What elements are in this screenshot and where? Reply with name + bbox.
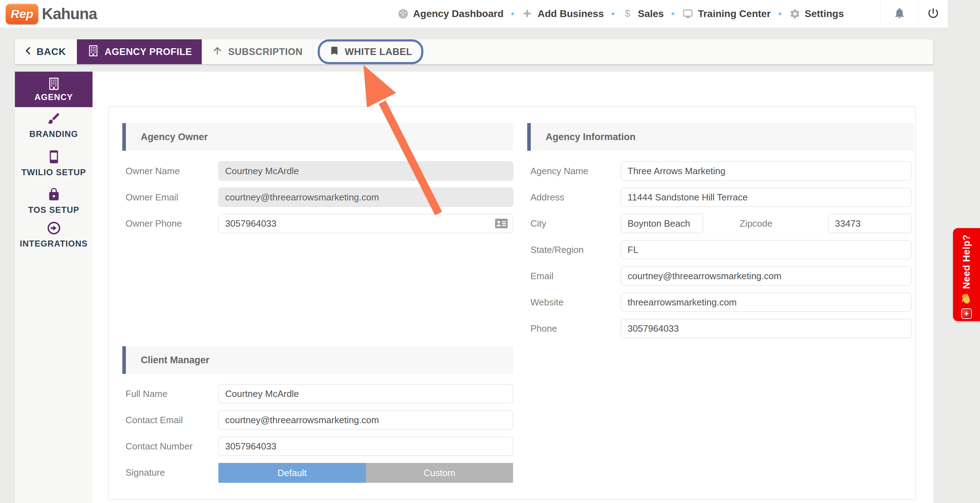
rep-logo-bubble: Rep [6, 3, 38, 24]
full-name-input[interactable] [218, 384, 513, 403]
tab-subscription[interactable]: SUBSCRIPTION [202, 39, 313, 64]
logout-button[interactable] [918, 0, 948, 28]
monitor-icon [682, 8, 694, 19]
section-title: Agency Owner [141, 132, 208, 143]
field-label-owner-phone: Owner Phone [126, 214, 182, 233]
field-label-phone: Phone [530, 319, 557, 338]
sidebar-item-label: INTEGRATIONS [15, 239, 92, 249]
owner-name-input[interactable] [218, 161, 513, 181]
field-label-contact-number: Contact Number [126, 437, 192, 456]
nav-settings[interactable]: Settings [789, 8, 844, 19]
power-icon [927, 7, 940, 21]
section-title: Agency Information [546, 132, 636, 143]
nav-add-business[interactable]: Add Business [522, 8, 604, 19]
building-icon [87, 45, 100, 60]
nav-label: Add Business [538, 8, 604, 19]
section-header-agency-owner: Agency Owner [123, 123, 514, 151]
address-input[interactable] [621, 188, 912, 207]
top-navigation: Agency Dashboard Add Business $ Sales Tr… [398, 0, 844, 28]
nav-label: Agency Dashboard [413, 8, 503, 19]
signature-option-custom[interactable]: Custom [366, 463, 514, 483]
section-header-agency-information: Agency Information [527, 123, 914, 151]
contact-card-icon[interactable] [495, 218, 508, 228]
zipcode-input[interactable] [828, 214, 912, 233]
tab-agency-profile[interactable]: AGENCY PROFILE [77, 39, 202, 64]
field-label-agency-name: Agency Name [530, 161, 588, 181]
paintbrush-icon [47, 111, 61, 126]
arrow-circle-icon [47, 221, 61, 235]
tab-label: WHITE LABEL [345, 46, 412, 57]
agency-phone-input[interactable] [621, 319, 912, 338]
field-label-address: Address [530, 188, 564, 207]
arrow-up-icon [212, 45, 223, 59]
building-icon [47, 76, 61, 91]
field-label-contact-email: Contact Email [126, 411, 183, 430]
nav-label: Training Center [698, 8, 770, 19]
nav-separator-dot [671, 13, 675, 15]
tab-label: SUBSCRIPTION [228, 46, 302, 57]
logo-brand-text: Kahuna [42, 5, 97, 23]
sidebar-item-tos-setup[interactable]: TOS SETUP [15, 187, 92, 215]
sidebar-item-twilio-setup[interactable]: TWILIO SETUP [15, 150, 92, 177]
field-label-website: Website [530, 293, 563, 312]
dollar-icon: $ [622, 8, 633, 19]
notifications-button[interactable] [880, 0, 918, 28]
field-label-email: Email [530, 266, 554, 286]
field-label-state-region: State/Region [530, 240, 584, 259]
sidebar-item-label: BRANDING [15, 129, 92, 139]
owner-email-input[interactable] [218, 188, 513, 207]
help-app-badge-icon [961, 308, 972, 319]
sidebar-item-integrations[interactable]: INTEGRATIONS [15, 221, 92, 249]
field-label-owner-name: Owner Name [126, 161, 180, 181]
need-help-label: Need Help? [961, 234, 972, 289]
chevron-left-icon [24, 46, 33, 58]
contact-email-input[interactable] [218, 411, 513, 430]
back-label: BACK [37, 46, 66, 57]
sidebar-item-agency[interactable]: AGENCY [15, 72, 92, 107]
nav-separator-dot [779, 13, 781, 15]
field-label-zipcode: Zipcode [740, 214, 773, 233]
dashboard-gauge-icon [398, 8, 409, 19]
field-label-city: City [530, 214, 546, 233]
tab-white-label[interactable]: WHITE LABEL [318, 39, 423, 64]
back-button[interactable]: BACK [15, 39, 77, 64]
settings-sidebar: AGENCY BRANDING TWILIO SETUP TOS SETUP I… [15, 72, 92, 503]
owner-phone-input[interactable] [218, 214, 513, 233]
field-label-owner-email: Owner Email [126, 188, 178, 207]
nav-agency-dashboard[interactable]: Agency Dashboard [398, 8, 503, 19]
main-content: Agency Owner Owner Name Owner Email Owne… [92, 72, 933, 503]
agency-profile-card: Agency Owner Owner Name Owner Email Owne… [108, 107, 916, 500]
nav-sales[interactable]: $ Sales [622, 8, 664, 19]
nav-label: Settings [805, 8, 844, 19]
repkahuna-logo[interactable]: Rep Kahuna [6, 3, 97, 24]
sidebar-item-label: AGENCY [34, 92, 73, 102]
bookmark-icon [329, 45, 340, 59]
contact-number-input[interactable] [218, 437, 513, 456]
need-help-tab[interactable]: Need Help? [953, 228, 980, 321]
agency-name-input[interactable] [621, 161, 912, 181]
top-header: Rep Kahuna Agency Dashboard Add Business… [0, 0, 948, 28]
svg-text:$: $ [625, 8, 630, 19]
gear-icon [789, 8, 800, 19]
state-region-input[interactable] [621, 240, 912, 259]
nav-label: Sales [638, 8, 664, 19]
nav-training-center[interactable]: Training Center [682, 8, 770, 19]
sidebar-item-label: TOS SETUP [15, 205, 92, 215]
bell-icon [893, 7, 906, 21]
nav-separator-dot [612, 13, 614, 15]
field-label-full-name: Full Name [126, 384, 167, 403]
nav-separator-dot [511, 13, 514, 15]
city-input[interactable] [621, 214, 703, 233]
section-header-client-manager: Client Manager [123, 346, 514, 374]
agency-email-input[interactable] [621, 266, 912, 286]
waving-hand-icon [961, 293, 972, 305]
signature-option-default[interactable]: Default [218, 463, 366, 483]
section-title: Client Manager [141, 355, 210, 366]
owner-phone-wrap [218, 214, 513, 233]
website-input[interactable] [621, 293, 912, 312]
lock-icon [47, 187, 61, 202]
plus-icon [522, 8, 533, 19]
sidebar-item-branding[interactable]: BRANDING [15, 111, 92, 139]
smartphone-icon [47, 150, 61, 164]
profile-tab-bar: BACK AGENCY PROFILE SUBSCRIPTION WHITE L… [15, 39, 933, 64]
